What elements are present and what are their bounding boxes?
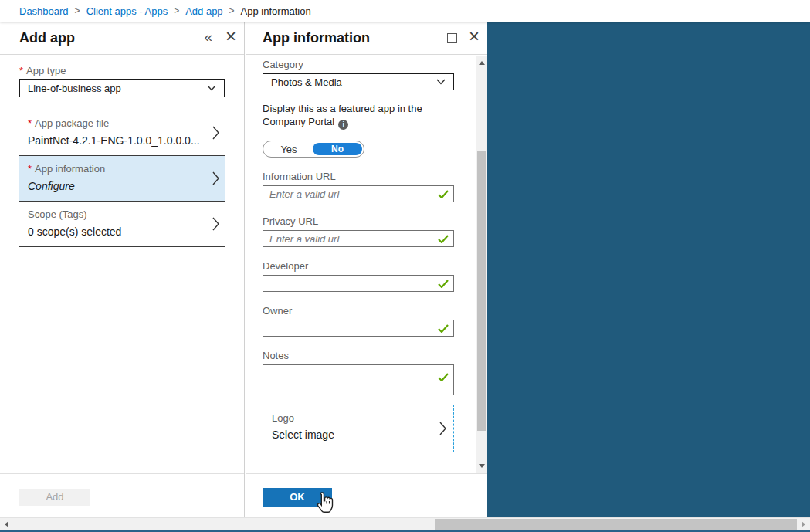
category-dropdown[interactable]: Photos & Media [263, 73, 454, 90]
app-type-dropdown[interactable]: Line-of-business app [19, 79, 225, 97]
close-blade-icon[interactable]: × [225, 25, 236, 47]
breadcrumb-current: App information [241, 5, 311, 17]
valid-check-icon [438, 373, 449, 381]
app-type-field: *App type Line-of-business app [19, 65, 225, 97]
chevron-right-icon [212, 126, 219, 140]
app-type-label: *App type [19, 65, 225, 76]
breadcrumb-dashboard[interactable]: Dashboard [19, 5, 69, 17]
category-value: Photos & Media [271, 76, 342, 88]
chevron-right-icon [212, 171, 219, 185]
notes-field: Notes [263, 350, 454, 395]
information-url-label: Information URL [263, 171, 454, 182]
breadcrumb-separator: > [229, 5, 235, 16]
app-package-file-label: App package file [35, 117, 109, 129]
information-url-field: Information URL [263, 171, 454, 202]
scope-tags-label: Scope (Tags) [28, 208, 87, 220]
featured-app-label: Display this as a featured app in the Co… [263, 102, 448, 130]
collapse-blade-icon[interactable]: « [204, 29, 212, 46]
notes-input[interactable] [263, 365, 453, 395]
blade-title-app-information: App information [263, 30, 370, 46]
category-field: Category Photos & Media [263, 59, 454, 90]
required-asterisk: * [19, 65, 23, 76]
toggle-no-option[interactable]: No [313, 143, 362, 155]
logo-value: Select image [272, 429, 432, 441]
featured-toggle[interactable]: Yes No [263, 141, 364, 158]
add-app-blade-header: Add app « × [0, 22, 244, 55]
breadcrumb-separator: > [174, 5, 179, 16]
scroll-left-arrow-icon[interactable] [5, 521, 8, 527]
app-information-item[interactable]: *App information Configure [19, 156, 225, 202]
category-label: Category [263, 59, 454, 70]
app-information-blade: App information × Category Photos & Medi… [246, 22, 487, 517]
info-icon[interactable] [338, 120, 348, 130]
add-app-blade: Add app « × *App type Line-of-business a… [0, 22, 245, 517]
mouse-cursor [315, 491, 336, 517]
maximize-blade-icon[interactable] [447, 33, 457, 43]
logo-select[interactable]: Logo Select image [263, 405, 454, 452]
breadcrumb-client-apps[interactable]: Client apps - Apps [86, 5, 168, 17]
scroll-up-arrow-icon[interactable] [479, 61, 485, 65]
add-app-blade-footer: Add [0, 473, 244, 517]
developer-field: Developer [263, 260, 454, 292]
breadcrumb-add-app[interactable]: Add app [185, 5, 222, 17]
chevron-right-icon [212, 217, 219, 231]
horizontal-scrollbar-thumb[interactable] [435, 519, 797, 530]
required-asterisk: * [28, 117, 32, 129]
breadcrumb: Dashboard > Client apps - Apps > Add app… [0, 0, 810, 22]
breadcrumb-separator: > [75, 5, 80, 16]
notes-label: Notes [263, 350, 454, 361]
dashboard-background [487, 22, 810, 517]
vertical-scrollbar[interactable] [476, 56, 487, 473]
developer-input[interactable] [263, 276, 453, 291]
privacy-url-field: Privacy URL [263, 215, 454, 247]
chevron-down-icon [207, 85, 216, 91]
owner-input[interactable] [263, 320, 453, 336]
valid-check-icon [438, 235, 449, 243]
add-button[interactable]: Add [19, 489, 90, 506]
owner-field: Owner [263, 305, 454, 337]
horizontal-scrollbar[interactable] [0, 517, 810, 530]
chevron-right-icon [439, 422, 446, 435]
app-information-form: Category Photos & Media Display this as … [246, 56, 476, 473]
add-app-steps: *App package file PaintNet-4.2.1-ENG-1.0… [19, 110, 225, 247]
app-package-file-item[interactable]: *App package file PaintNet-4.2.1-ENG-1.0… [19, 110, 225, 156]
vertical-scrollbar-thumb[interactable] [477, 151, 486, 431]
app-type-label-text: App type [26, 65, 66, 76]
app-information-blade-header: App information × [246, 22, 487, 55]
toggle-yes-option[interactable]: Yes [263, 141, 314, 158]
close-blade-icon[interactable]: × [469, 25, 480, 47]
scope-tags-item[interactable]: Scope (Tags) 0 scope(s) selected [19, 202, 225, 247]
privacy-url-input[interactable] [263, 231, 453, 246]
valid-check-icon [438, 190, 449, 198]
app-information-label: App information [35, 163, 105, 175]
valid-check-icon [438, 324, 449, 333]
app-information-value: Configure [28, 180, 206, 192]
app-type-value: Line-of-business app [28, 83, 121, 94]
app-information-blade-footer: OK [246, 473, 487, 517]
blade-title-add-app: Add app [19, 30, 75, 46]
valid-check-icon [438, 280, 449, 288]
scope-tags-value: 0 scope(s) selected [28, 225, 206, 238]
required-asterisk: * [28, 163, 32, 175]
owner-label: Owner [263, 305, 454, 317]
information-url-input[interactable] [263, 186, 453, 202]
privacy-url-label: Privacy URL [263, 215, 454, 227]
logo-label: Logo [272, 412, 432, 424]
scroll-down-arrow-icon[interactable] [479, 464, 485, 468]
app-package-file-value: PaintNet-4.2.1-ENG-1.0.0_1.0.0.0... [28, 134, 206, 147]
developer-label: Developer [263, 260, 454, 272]
chevron-down-icon [436, 79, 446, 85]
scroll-right-arrow-icon[interactable] [802, 521, 805, 527]
